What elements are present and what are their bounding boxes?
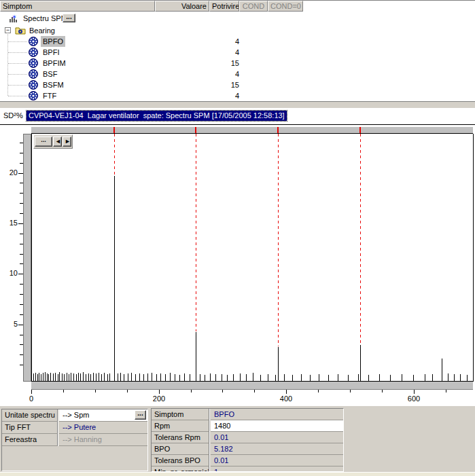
- grid-row-value[interactable]: 0.01: [211, 432, 343, 443]
- x-tick: [191, 390, 192, 392]
- tree-group-bearing[interactable]: −Bearing: [0, 25, 475, 36]
- next-arrow-button[interactable]: ►: [63, 136, 71, 147]
- x-tick: [318, 390, 319, 392]
- grid-row-value[interactable]: 1: [211, 466, 343, 472]
- noise-spike: [43, 373, 43, 381]
- noise-spike: [139, 373, 140, 381]
- y-tick: [20, 234, 23, 234]
- spectrum-settings-grid: Unitate spectru--> Spm...Tip FFT--> Pute…: [1, 409, 148, 471]
- noise-spike: [71, 373, 71, 381]
- noise-spike: [233, 374, 234, 381]
- column-header-potrivire[interactable]: Potrivire: [209, 1, 239, 12]
- noise-spike: [128, 373, 128, 381]
- noise-spike: [253, 373, 253, 381]
- grid-row-value[interactable]: BPFO: [211, 409, 343, 420]
- x-tick-label: 400: [272, 395, 300, 403]
- panel-splitter[interactable]: [0, 101, 475, 109]
- y-tick: [20, 304, 23, 305]
- x-tick: [350, 390, 351, 392]
- x-tick: [286, 390, 287, 394]
- grid-row-tolerans-rpm: Tolerans Rpm0.01: [152, 432, 343, 443]
- y-tick-label: 20: [1, 168, 18, 177]
- spectrum-icon: ✶: [9, 14, 20, 22]
- noise-spike: [104, 373, 105, 381]
- harmonic-marker: [278, 134, 279, 346]
- bottom-status-strip: [0, 472, 475, 476]
- column-header-simptom[interactable]: Simptom: [0, 1, 155, 12]
- svg-text:✶: ✶: [12, 14, 17, 20]
- y-axis-bar[interactable]: [23, 134, 31, 382]
- noise-spike: [124, 374, 124, 381]
- grid-row-value[interactable]: --> Spm...: [59, 409, 147, 422]
- prev-arrow-button[interactable]: ◄: [53, 136, 62, 147]
- noise-spike: [328, 375, 329, 381]
- noise-spike: [39, 373, 39, 381]
- symptom-value-ftf: 4: [163, 90, 239, 101]
- noise-spike: [215, 374, 216, 381]
- noise-spike: [319, 374, 319, 381]
- tree-item-label: BPFIM: [41, 58, 68, 69]
- chart-top-strip[interactable]: [31, 127, 473, 134]
- harmonic-marker-tick: [277, 127, 279, 133]
- noise-spike: [358, 374, 359, 381]
- grid-row-tolerans-bpo: Tolerans BPO0.01: [152, 455, 343, 466]
- spectrum-plot[interactable]: [31, 134, 474, 382]
- tree-item-spectru-spm[interactable]: ✶Spectru SPM...: [0, 13, 475, 24]
- x-tick: [127, 390, 128, 392]
- noise-spike: [59, 372, 60, 381]
- x-tick: [382, 390, 383, 392]
- y-tick: [20, 163, 23, 164]
- noise-spike: [190, 374, 190, 381]
- noise-spike: [338, 374, 338, 381]
- bearing-icon: [29, 48, 38, 57]
- noise-spike: [448, 373, 448, 381]
- noise-spike: [160, 373, 161, 381]
- noise-spike: [460, 374, 461, 381]
- grid-row-label: Fereastra: [2, 434, 58, 446]
- y-tick: [20, 244, 23, 244]
- harmonic-marker: [196, 134, 196, 331]
- noise-spike: [170, 373, 171, 381]
- right-arrow-icon: ►: [65, 138, 71, 145]
- y-tick: [20, 263, 23, 264]
- y-tick-label: 10: [1, 269, 18, 277]
- y-tick: [18, 325, 23, 325]
- symptom-value-bpfo: 4: [163, 36, 239, 47]
- noise-spike: [55, 373, 56, 381]
- chart-options-button[interactable]: ...: [35, 136, 52, 147]
- grid-row-value[interactable]: --> Hanning: [59, 434, 147, 446]
- grid-row-tip-fft: Tip FFT--> Putere: [2, 422, 147, 434]
- bearing-icon: [29, 80, 38, 90]
- noise-spike: [41, 374, 41, 381]
- grid-row-value[interactable]: 1480: [211, 420, 343, 432]
- noise-spike: [175, 374, 175, 381]
- noise-spike: [425, 374, 425, 381]
- noise-spike: [101, 374, 102, 381]
- tree-item-label: BPFI: [41, 47, 61, 58]
- y-tick: [20, 213, 23, 214]
- noise-spike: [210, 373, 211, 381]
- noise-spike: [73, 373, 74, 381]
- noise-spike: [179, 375, 180, 381]
- noise-spike: [88, 373, 89, 381]
- chart-title[interactable]: CVP04-VEJ1-04 Lagar ventilator spate: Sp…: [27, 111, 287, 121]
- y-tick: [18, 274, 23, 274]
- spectrum-peak: [278, 347, 279, 381]
- noise-spike: [99, 373, 99, 381]
- noise-spike: [379, 374, 380, 381]
- grid-row-min-nr-armonici: Min. nr. armonici1: [152, 466, 343, 472]
- column-header-valoare[interactable]: Valoare: [155, 1, 209, 12]
- tree-item-label: BSF: [41, 69, 59, 79]
- x-tick: [222, 390, 223, 392]
- column-header-cond-0: COND=0: [268, 1, 303, 12]
- grid-ellipsis-button[interactable]: ...: [135, 410, 146, 420]
- x-tick-label: 600: [400, 395, 427, 403]
- grid-row-value[interactable]: --> Putere: [59, 422, 147, 434]
- grid-row-value[interactable]: 0.01: [211, 455, 343, 466]
- symptom-value-bsfm: 15: [163, 79, 239, 90]
- noise-spike: [467, 375, 468, 381]
- chart-bottom-strip[interactable]: [31, 382, 473, 390]
- noise-spike: [96, 373, 96, 381]
- grid-row-value[interactable]: 5.182: [211, 443, 343, 455]
- spectrum-options-button[interactable]: ...: [63, 14, 75, 22]
